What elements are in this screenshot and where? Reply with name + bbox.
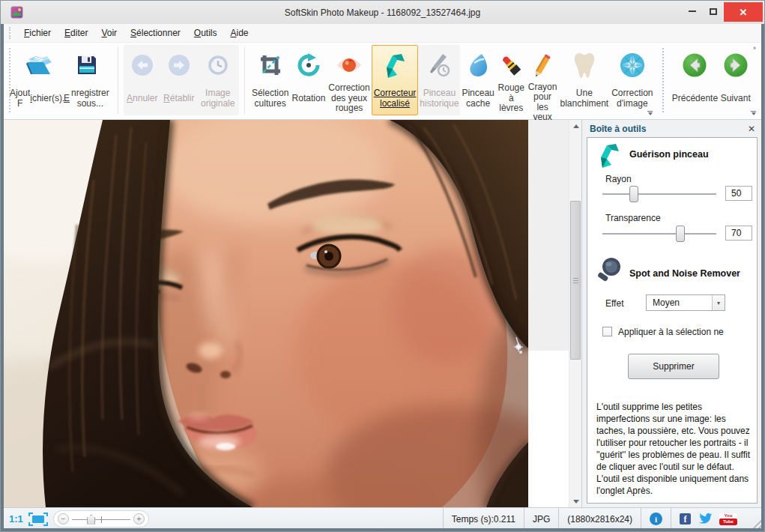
main-toolbar: Ajout Fichier(s)... Enregistrer sous...: [1, 43, 764, 120]
photo-canvas[interactable]: [4, 120, 528, 507]
toolbox-close-icon[interactable]: ✕: [748, 124, 755, 134]
redo-button[interactable]: Rétablir: [161, 45, 197, 115]
rotation-label: Rotation: [292, 82, 326, 115]
resize-grip[interactable]: [750, 517, 761, 528]
radius-value-field[interactable]: 50: [725, 186, 752, 201]
twitter-icon[interactable]: [698, 513, 712, 525]
history-brush-icon: [426, 48, 452, 82]
close-button[interactable]: ✕: [724, 2, 763, 22]
transparency-slider[interactable]: [602, 226, 716, 242]
scrollbar-thumb[interactable]: [570, 201, 581, 360]
rotation-button[interactable]: Rotation: [291, 45, 327, 115]
zoom-out-button[interactable]: −: [58, 513, 69, 525]
undo-icon: [130, 48, 154, 82]
canvas-vertical-scrollbar[interactable]: [569, 120, 581, 507]
red-eye-correction-button[interactable]: Correction des yeux rouges: [327, 45, 371, 115]
menu-fichier[interactable]: Fichier: [17, 25, 58, 40]
scroll-down-icon[interactable]: [569, 495, 582, 507]
crop-selection-label: Sélection cultures: [252, 82, 289, 115]
maximize-button[interactable]: [703, 2, 724, 20]
spot-section-title: Spot and Noise Remover: [629, 268, 740, 279]
history-group: Annuler Rétablir: [124, 45, 239, 115]
save-as-button[interactable]: Enregistrer sous...: [62, 45, 112, 115]
toolbox-title: Boîte à outils: [590, 124, 748, 134]
youtube-icon[interactable]: You Tube: [719, 513, 737, 525]
tooth-icon: [573, 48, 596, 82]
add-files-label: Ajout Fichier(s)...: [10, 82, 70, 115]
window-title: SoftSkin Photo Makeup - 1168092_13527464…: [1, 7, 764, 18]
toolbar-overflow-icon[interactable]: [647, 111, 653, 116]
app-icon: [10, 6, 23, 19]
healing-brush-label: Correcteur localisé: [374, 83, 417, 114]
zoom-in-button[interactable]: +: [133, 513, 145, 525]
eye-pencil-label: Crayon pour les yeux: [528, 82, 557, 123]
social-links: f You Tube: [671, 508, 746, 530]
pencil-icon: [530, 48, 555, 82]
water-drop-icon: [467, 48, 489, 82]
zoom-slider-thumb[interactable]: [87, 515, 95, 525]
chevron-down-icon[interactable]: ▾: [712, 295, 725, 310]
toolbar-overflow-icon[interactable]: [750, 111, 757, 116]
mask-brush-button[interactable]: Pinceau cache: [460, 45, 495, 115]
delete-button[interactable]: Supprimer: [628, 354, 719, 379]
zoom-ratio-button[interactable]: 1:1: [9, 513, 23, 525]
menu-selectionner[interactable]: Sélectionner: [124, 25, 187, 40]
image-correction-button[interactable]: Correction d'image: [610, 45, 654, 115]
menu-outils[interactable]: Outils: [187, 25, 224, 40]
app-window: SoftSkin Photo Makeup - 1168092_13527464…: [0, 0, 765, 532]
status-bar: 1:1 − + Temps (s):0.211 JPG (1880x2816x2…: [1, 507, 764, 530]
crop-selection-button[interactable]: Sélection cultures: [250, 45, 291, 115]
transparency-slider-thumb[interactable]: [676, 226, 685, 242]
undo-button[interactable]: Annuler: [124, 45, 161, 115]
previous-image-button[interactable]: Précédente: [671, 45, 718, 115]
save-floppy-icon: [76, 48, 98, 82]
transparency-slider-track[interactable]: [602, 233, 716, 235]
facebook-icon[interactable]: f: [680, 513, 691, 525]
history-brush-label: Pinceau historique: [420, 82, 459, 115]
menu-aide[interactable]: Aide: [224, 25, 255, 40]
info-icon[interactable]: i: [650, 513, 662, 525]
radius-slider[interactable]: [602, 186, 716, 202]
undo-label: Annuler: [127, 82, 157, 115]
eye-pencil-button[interactable]: Crayon pour les yeux: [527, 45, 559, 115]
transparency-label: Transparence: [605, 213, 661, 223]
minimize-button[interactable]: [682, 2, 703, 20]
magnifier-icon: [595, 256, 623, 285]
previous-arrow-icon: [682, 48, 707, 82]
menu-editer[interactable]: Editer: [58, 25, 94, 40]
transparency-value-field[interactable]: 70: [725, 226, 752, 241]
effect-label: Effet: [605, 298, 623, 309]
menu-voir[interactable]: Voir: [94, 25, 124, 40]
effect-dropdown[interactable]: Moyen ▾: [646, 294, 725, 311]
effect-dropdown-value: Moyen: [647, 295, 712, 310]
original-image-button[interactable]: Image originale: [197, 45, 239, 115]
original-image-label: Image originale: [199, 82, 238, 115]
window-frame: [1, 528, 764, 531]
radius-slider-track[interactable]: [602, 193, 716, 195]
healing-section-title: Guérison pinceau: [629, 149, 709, 160]
scroll-up-icon[interactable]: [569, 120, 582, 132]
toolbar-group-separator: [662, 48, 665, 112]
history-brush-button[interactable]: Pinceau historique: [418, 45, 460, 115]
whitening-button[interactable]: Une blanchiment: [558, 45, 610, 115]
zoom-slider-control[interactable]: − +: [53, 510, 149, 528]
save-as-label: Enregistrer sous...: [64, 82, 111, 115]
add-files-button[interactable]: Ajout Fichier(s)...: [17, 45, 62, 115]
crop-icon: [258, 48, 282, 82]
radius-slider-thumb[interactable]: [629, 186, 638, 202]
zoom-slider-track[interactable]: [72, 513, 130, 525]
lipstick-button[interactable]: Rouge à lèvres: [496, 45, 527, 115]
redo-icon: [167, 48, 191, 82]
toolbar-expand-icon[interactable]: ››: [753, 44, 755, 52]
title-bar: SoftSkin Photo Makeup - 1168092_13527464…: [1, 1, 764, 24]
red-eye-icon: [336, 48, 363, 82]
info-cell: i: [641, 508, 671, 530]
next-image-button[interactable]: Suivant: [718, 45, 753, 115]
menubar-drag-handle[interactable]: [9, 27, 11, 39]
lipstick-icon: [498, 48, 524, 82]
fit-to-screen-icon[interactable]: [28, 513, 48, 526]
image-dimensions-field: (1880x2816x24): [558, 508, 641, 530]
healing-brush-button[interactable]: Correcteur localisé: [372, 45, 419, 115]
elapsed-time-field: Temps (s):0.211: [443, 508, 524, 530]
apply-to-selection-checkbox[interactable]: [602, 327, 612, 336]
